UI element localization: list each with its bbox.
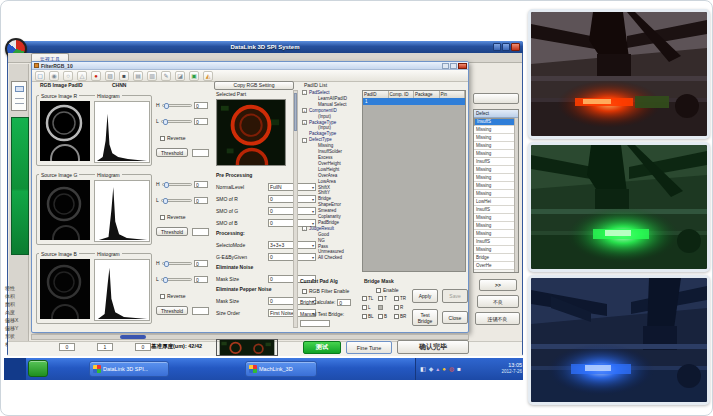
threshold-button-g[interactable]: Threshold — [156, 227, 188, 236]
tree-expand-icon[interactable] — [311, 256, 316, 261]
dialog-close-button[interactable] — [458, 63, 467, 69]
test-button[interactable]: 测试 — [303, 341, 341, 354]
tree-expand-icon[interactable] — [311, 191, 316, 196]
tree-expand-icon[interactable] — [311, 173, 316, 178]
start-button[interactable] — [28, 360, 48, 377]
bridge-mask-enable-checkbox[interactable] — [376, 288, 381, 293]
reverse-checkbox-g[interactable] — [160, 215, 165, 220]
bridge-mask-cell[interactable]: L — [362, 305, 378, 310]
tree-expand-icon[interactable] — [311, 114, 316, 119]
defect-row[interactable]: Missing — [474, 222, 516, 230]
h-slider-b[interactable] — [162, 262, 192, 265]
h-slider-g[interactable] — [162, 183, 192, 186]
main-maximize-button[interactable] — [502, 43, 510, 51]
h-input-g[interactable] — [194, 181, 208, 188]
left-slider-control[interactable] — [11, 81, 27, 111]
bridge-mask-cell[interactable]: BR — [394, 314, 410, 319]
bridge-mask-cell[interactable]: B — [378, 314, 394, 319]
tree-expand-icon[interactable] — [311, 220, 316, 225]
grid-icon[interactable]: ▨ — [105, 71, 115, 81]
reverse-checkbox-b[interactable] — [160, 294, 165, 299]
tree-expand-icon[interactable] — [311, 126, 316, 131]
bridge-mask-cell[interactable]: TR — [394, 296, 410, 301]
bridge-mask-checkbox[interactable] — [378, 305, 383, 310]
bridge-mask-checkbox[interactable] — [394, 314, 399, 319]
manual-test-bridge-input[interactable] — [300, 320, 330, 327]
defect-row[interactable]: InsuffS — [474, 238, 516, 246]
dialog-titlebar[interactable]: FilterRGB_10 — [32, 62, 468, 70]
defect-table-header[interactable]: Defect — [474, 110, 518, 118]
reverse-checkbox-r[interactable] — [160, 136, 165, 141]
tree-expand-icon[interactable] — [311, 244, 316, 249]
main-titlebar[interactable]: DataLink 3D SPI System — [7, 41, 523, 53]
tree-expand-icon[interactable] — [311, 155, 316, 160]
columns-icon[interactable]: ▥ — [147, 71, 157, 81]
alert-icon[interactable]: ● — [442, 365, 446, 373]
bridge-mask-checkbox[interactable] — [394, 296, 399, 301]
tree-expand-icon[interactable] — [311, 167, 316, 172]
tree-expand-icon[interactable]: + — [302, 108, 307, 113]
bridge-mask-cell[interactable]: R — [394, 305, 410, 310]
bridge-mask-checkbox[interactable] — [394, 305, 399, 310]
help-icon[interactable]: ◭ — [203, 71, 213, 81]
defect-table-scrollbar[interactable] — [514, 118, 518, 273]
defect-row[interactable]: Missing — [474, 166, 516, 174]
bridge-mask-checkbox[interactable] — [378, 296, 383, 301]
tree-expand-icon[interactable] — [311, 185, 316, 190]
defect-row[interactable]: Bridge — [474, 254, 516, 262]
dialog-scrollbar[interactable] — [293, 90, 298, 328]
dialog-minimize-button[interactable] — [442, 63, 449, 69]
main-close-button[interactable] — [511, 43, 520, 51]
defect-row[interactable]: Missing — [474, 190, 516, 198]
apply-button[interactable]: Apply — [412, 289, 438, 303]
tree-expand-icon[interactable]: - — [302, 138, 307, 143]
bridge-mask-cell[interactable]: BL — [362, 314, 378, 319]
tree-expand-icon[interactable] — [311, 214, 316, 219]
tree-expand-icon[interactable] — [311, 179, 316, 184]
bridge-mask-checkbox[interactable] — [362, 305, 367, 310]
l-slider-r[interactable] — [161, 120, 192, 123]
pad-table-selected-row[interactable]: 1 — [363, 98, 465, 105]
defect-bridge-ng-button[interactable]: 连锡不良 — [475, 312, 520, 325]
mask-icon[interactable]: ◪ — [175, 71, 185, 81]
confirm-complete-button[interactable]: 确认完毕 — [397, 340, 469, 354]
defect-ng-button[interactable]: 不良 — [477, 295, 519, 308]
dialog-scrollbar-thumb[interactable] — [294, 93, 297, 131]
tree-expand-icon[interactable] — [311, 197, 316, 202]
network-icon[interactable]: ◧ — [420, 365, 426, 373]
close-button[interactable]: Close — [442, 311, 468, 324]
tree-expand-icon[interactable] — [302, 132, 307, 137]
threshold-input-r[interactable] — [192, 149, 209, 157]
rows-icon[interactable]: ▤ — [133, 71, 143, 81]
open-icon[interactable]: ◉ — [49, 71, 59, 81]
h-input-b[interactable] — [194, 260, 208, 267]
tree-expand-icon[interactable] — [311, 102, 316, 107]
tree-expand-icon[interactable] — [311, 150, 316, 155]
tree-expand-icon[interactable] — [311, 203, 316, 208]
tree-expand-icon[interactable] — [311, 96, 316, 101]
defect-row[interactable]: LowHei — [474, 198, 516, 206]
defect-row[interactable]: InsuffS — [474, 158, 516, 166]
threshold-input-g[interactable] — [192, 228, 209, 236]
defect-row[interactable]: OverHe — [474, 262, 516, 270]
l-input-b[interactable] — [194, 276, 208, 283]
bridge-mask-checkbox[interactable] — [378, 314, 383, 319]
pad-table-header-cell[interactable]: Comp. ID — [389, 91, 415, 98]
threshold-button-b[interactable]: Threshold — [156, 306, 188, 315]
bridge-mask-cell[interactable]: T — [378, 296, 394, 301]
l-slider-b[interactable] — [161, 278, 192, 281]
language-icon[interactable]: ■ — [457, 365, 461, 373]
circle-roi-icon[interactable]: ○ — [63, 71, 73, 81]
defect-row[interactable]: Missing — [474, 150, 516, 158]
h-input-r[interactable] — [194, 102, 208, 109]
tree-expand-icon[interactable] — [311, 232, 316, 237]
defect-panel-top-button[interactable] — [473, 93, 519, 104]
record-icon[interactable]: ● — [91, 71, 101, 81]
antivirus-icon[interactable]: ◍ — [449, 365, 454, 373]
main-minimize-button[interactable] — [493, 43, 501, 51]
pad-table-header-cell[interactable]: Package — [414, 91, 440, 98]
tree-expand-icon[interactable]: - — [302, 90, 307, 95]
bright-calculate-input[interactable] — [337, 299, 351, 306]
l-slider-g[interactable] — [161, 199, 192, 202]
defect-row[interactable]: InsuffS — [474, 118, 516, 126]
